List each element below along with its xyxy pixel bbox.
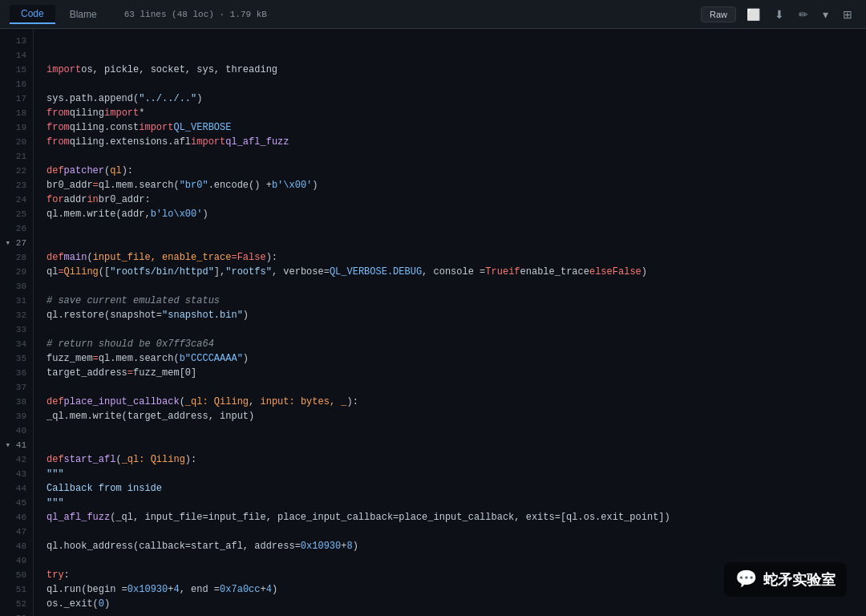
line-number: 51 <box>0 582 33 597</box>
code-line <box>47 77 866 91</box>
tab-blame[interactable]: Blame <box>59 6 108 23</box>
code-line: ql.restore(snapshot="snapshot.bin") <box>47 308 866 322</box>
line-number: 46 <box>0 510 33 525</box>
line-number: 21 <box>0 149 33 164</box>
code-line: """ <box>47 496 866 510</box>
line-number: 32 <box>0 308 33 322</box>
chevron-down-icon: ▾ <box>823 8 828 21</box>
watermark-text: 蛇矛实验室 <box>763 570 836 590</box>
line-number: 36 <box>0 366 33 380</box>
line-number: 38 <box>0 395 33 409</box>
code-line: def patcher(ql): <box>47 164 866 178</box>
line-number: 18 <box>0 106 33 120</box>
code-line: ql = Qiling(["rootfs/bin/httpd"], "rootf… <box>47 265 866 279</box>
line-number: ▾ 27 <box>0 236 33 250</box>
download-icon: ⬇ <box>775 8 784 21</box>
raw-button[interactable]: Raw <box>701 6 736 22</box>
line-number: 19 <box>0 120 33 135</box>
code-container: 1314151617181920212223242526▾ 2728293031… <box>0 29 866 616</box>
line-number: 17 <box>0 91 33 106</box>
code-line <box>47 48 866 63</box>
line-number: 28 <box>0 250 33 265</box>
line-number: 45 <box>0 496 33 510</box>
edit-icon: ✏ <box>799 8 808 21</box>
line-number: 34 <box>0 337 33 351</box>
line-number: 16 <box>0 77 33 91</box>
line-number: 44 <box>0 481 33 496</box>
line-number: 47 <box>0 525 33 539</box>
line-number: 31 <box>0 294 33 308</box>
code-line <box>47 279 866 294</box>
line-number: 39 <box>0 409 33 424</box>
code-line: Callback from inside <box>47 481 866 496</box>
code-line: def place_input_callback(_ql: Qiling, in… <box>47 395 866 409</box>
line-number: 13 <box>0 34 33 48</box>
code-line <box>47 221 866 236</box>
line-number: 40 <box>0 424 33 438</box>
code-lines: import os, pickle, socket, sys, threadin… <box>34 29 866 616</box>
tab-left: Code Blame 63 lines (48 loc) · 1.79 kB <box>10 5 267 24</box>
download-button[interactable]: ⬇ <box>771 6 788 23</box>
code-line <box>47 611 866 616</box>
line-number: 53 <box>0 611 33 616</box>
code-line: ql_afl_fuzz(_ql, input_file=input_file, … <box>47 510 866 525</box>
tab-code[interactable]: Code <box>10 5 55 24</box>
code-line <box>47 380 866 395</box>
line-number: 26 <box>0 221 33 236</box>
sidebar-button[interactable]: ⊞ <box>839 6 856 23</box>
code-line: sys.path.append("../../..") <box>47 91 866 106</box>
line-number: 29 <box>0 265 33 279</box>
code-line: _ql.mem.write(target_address, input) <box>47 409 866 424</box>
line-number: 20 <box>0 135 33 149</box>
code-line <box>47 236 866 250</box>
code-line: os._exit(0) <box>47 597 866 611</box>
code-line: import os, pickle, socket, sys, threadin… <box>47 63 866 77</box>
code-line: ql.mem.write(addr, b'lo\x00') <box>47 207 866 221</box>
tab-right: Raw ⬜ ⬇ ✏ ▾ ⊞ <box>701 6 856 23</box>
edit-button[interactable]: ✏ <box>795 6 812 23</box>
code-line: """ <box>47 467 866 481</box>
line-number: 42 <box>0 452 33 467</box>
line-number: 52 <box>0 597 33 611</box>
code-line: for addr in br0_addr: <box>47 192 866 207</box>
code-line <box>47 149 866 164</box>
line-number: 49 <box>0 553 33 568</box>
line-number: 24 <box>0 192 33 207</box>
line-number: 35 <box>0 351 33 366</box>
line-numbers: 1314151617181920212223242526▾ 2728293031… <box>0 29 34 616</box>
line-number: 37 <box>0 380 33 395</box>
line-number: ▾ 41 <box>0 438 33 452</box>
copy-button[interactable]: ⬜ <box>743 6 764 23</box>
line-number: 33 <box>0 322 33 337</box>
more-button[interactable]: ▾ <box>819 6 832 23</box>
code-line: br0_addr = ql.mem.search("br0".encode() … <box>47 178 866 192</box>
line-number: 15 <box>0 63 33 77</box>
code-line <box>47 525 866 539</box>
code-line: from qiling.const import QL_VERBOSE <box>47 120 866 135</box>
code-line: # return should be 0x7ff3ca64 <box>47 337 866 351</box>
code-line: ql.hook_address(callback=start_afl, addr… <box>47 539 866 553</box>
line-number: 43 <box>0 467 33 481</box>
line-number: 22 <box>0 164 33 178</box>
watermark: 💬 蛇矛实验室 <box>724 562 847 597</box>
sidebar-icon: ⊞ <box>843 8 852 21</box>
code-line: target_address = fuzz_mem[0] <box>47 366 866 380</box>
code-line <box>47 424 866 438</box>
line-number: 25 <box>0 207 33 221</box>
copy-icon: ⬜ <box>747 8 760 21</box>
line-number: 23 <box>0 178 33 192</box>
file-info: 63 lines (48 loc) · 1.79 kB <box>124 10 267 19</box>
code-line: # save current emulated status <box>47 294 866 308</box>
watermark-icon: 💬 <box>735 569 757 590</box>
code-line: def main(input_file, enable_trace=False)… <box>47 250 866 265</box>
tab-bar: Code Blame 63 lines (48 loc) · 1.79 kB R… <box>0 0 866 29</box>
line-number: 14 <box>0 48 33 63</box>
code-line <box>47 34 866 48</box>
code-line: from qiling import * <box>47 106 866 120</box>
code-line: def start_afl(_ql: Qiling): <box>47 452 866 467</box>
code-line <box>47 438 866 452</box>
code-line: fuzz_mem=ql.mem.search(b"CCCCAAAA") <box>47 351 866 366</box>
line-number: 48 <box>0 539 33 553</box>
line-number: 50 <box>0 568 33 582</box>
code-line <box>47 322 866 337</box>
